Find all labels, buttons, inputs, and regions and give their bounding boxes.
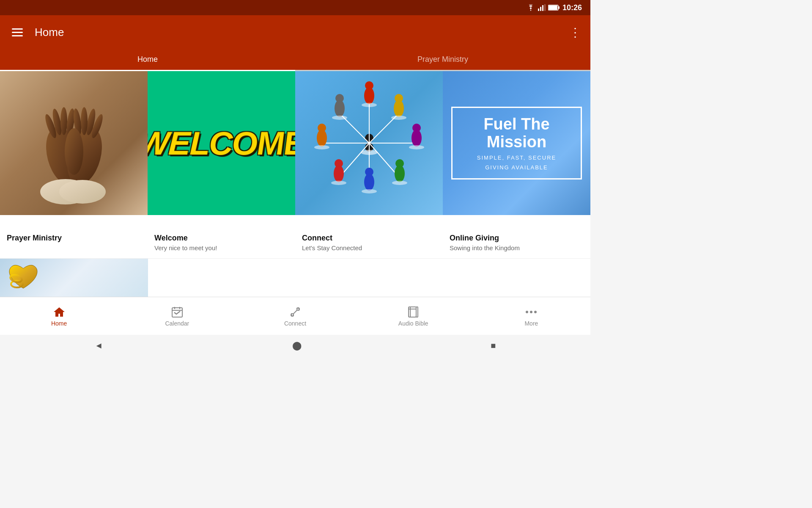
giving-title: Online Giving: [450, 234, 584, 243]
svg-point-49: [409, 145, 424, 149]
svg-line-26: [369, 143, 399, 177]
svg-point-35: [395, 94, 403, 102]
svg-point-68: [526, 311, 528, 313]
svg-point-69: [530, 311, 532, 313]
nav-audio-bible[interactable]: Audio Bible: [354, 302, 472, 330]
connect-label[interactable]: Connect Let's Stay Connected: [295, 228, 443, 258]
svg-point-11: [60, 107, 67, 135]
svg-point-47: [362, 103, 377, 107]
nav-audio-bible-label: Audio Bible: [398, 320, 428, 327]
svg-point-18: [59, 180, 106, 204]
fuel-subtitle2: GIVING AVAILABLE: [464, 164, 569, 171]
giving-image: Fuel The Mission SIMPLE, FAST, SECURE GI…: [443, 71, 590, 215]
status-bar: 10:26: [0, 0, 590, 15]
nav-calendar[interactable]: Calendar: [118, 302, 236, 330]
svg-point-15: [81, 107, 88, 135]
svg-rect-67: [416, 307, 418, 317]
svg-rect-1: [540, 7, 541, 11]
giving-label[interactable]: Online Giving Sowing into the Kingdom: [443, 228, 590, 258]
online-giving-card[interactable]: Fuel The Mission SIMPLE, FAST, SECURE GI…: [443, 71, 590, 228]
connect-image: [295, 71, 443, 215]
nav-more-label: More: [524, 320, 538, 327]
welcome-card[interactable]: WELCOME: [148, 71, 295, 228]
welcome-title: Welcome: [154, 234, 288, 243]
bottom-nav: Home Calendar Connect Audio Bi: [0, 297, 590, 335]
android-home-button[interactable]: ⬤: [292, 340, 302, 351]
page-title: Home: [35, 26, 64, 39]
welcome-subtitle: Very nice to meet you!: [154, 244, 288, 251]
book-icon: [407, 306, 420, 318]
welcome-label[interactable]: Welcome Very nice to meet you!: [148, 228, 295, 258]
svg-point-37: [412, 124, 421, 132]
prayer-ministry-title: Prayer Ministry: [7, 234, 141, 243]
signal-icon: [538, 4, 546, 11]
tab-bar: Home Prayer Ministry: [0, 49, 590, 71]
svg-point-52: [331, 181, 346, 185]
nav-connect[interactable]: Connect: [236, 302, 354, 330]
svg-point-70: [534, 311, 537, 313]
android-recents-button[interactable]: ■: [491, 341, 496, 351]
svg-point-41: [365, 168, 373, 176]
svg-point-31: [335, 94, 344, 102]
welcome-text: WELCOME: [148, 124, 295, 163]
fuel-subtitle1: SIMPLE, FAST, SECURE: [464, 155, 569, 161]
connect-title: Connect: [302, 234, 436, 243]
hamburger-menu-button[interactable]: [8, 25, 26, 40]
connect-icon: [289, 306, 302, 318]
status-time: 10:26: [562, 3, 582, 12]
tab-prayer-ministry[interactable]: Prayer Ministry: [295, 49, 590, 70]
svg-line-63: [293, 310, 297, 314]
android-back-button[interactable]: ◄: [95, 341, 103, 351]
svg-point-50: [392, 181, 407, 185]
battery-icon: [548, 4, 560, 11]
card-labels: Prayer Ministry Welcome Very nice to mee…: [0, 228, 590, 259]
nav-more[interactable]: More: [472, 302, 590, 330]
nav-home-label: Home: [51, 320, 67, 327]
welcome-image: WELCOME: [148, 71, 295, 215]
svg-line-28: [340, 143, 369, 177]
heart-visual: [0, 259, 148, 297]
more-options-button[interactable]: ⋮: [569, 25, 582, 39]
svg-point-51: [362, 189, 377, 193]
top-bar: Home ⋮: [0, 15, 590, 49]
svg-rect-6: [558, 6, 560, 9]
calendar-icon: [171, 306, 184, 318]
svg-rect-2: [542, 5, 543, 11]
nav-connect-label: Connect: [284, 320, 306, 327]
wifi-icon: [526, 4, 535, 11]
svg-point-33: [365, 81, 373, 90]
svg-point-43: [335, 159, 343, 168]
connect-subtitle: Let's Stay Connected: [302, 244, 436, 251]
svg-point-19: [65, 128, 83, 175]
svg-point-54: [361, 150, 378, 155]
svg-point-53: [314, 145, 329, 149]
svg-rect-3: [544, 4, 546, 11]
svg-point-45: [318, 124, 326, 132]
svg-rect-5: [549, 6, 557, 10]
svg-point-48: [391, 116, 406, 120]
main-content: WELCOME: [0, 71, 590, 297]
nav-home[interactable]: Home: [0, 302, 118, 330]
prayer-ministry-image: [0, 71, 148, 215]
giving-subtitle: Sowing into the Kingdom: [450, 244, 584, 251]
connect-card[interactable]: [295, 71, 443, 228]
fuel-box: Fuel The Mission SIMPLE, FAST, SECURE GI…: [451, 107, 582, 179]
fuel-title: Fuel The Mission: [464, 116, 569, 151]
svg-point-46: [332, 116, 347, 120]
card-grid: WELCOME: [0, 71, 590, 228]
svg-rect-57: [172, 308, 182, 317]
second-card[interactable]: [0, 259, 148, 297]
svg-rect-64: [409, 307, 416, 317]
svg-rect-0: [538, 8, 539, 11]
nav-calendar-label: Calendar: [165, 320, 189, 327]
android-nav-bar: ◄ ⬤ ■: [0, 335, 590, 356]
second-row: [0, 259, 590, 297]
prayer-ministry-label[interactable]: Prayer Ministry: [0, 228, 148, 258]
home-icon: [53, 306, 66, 318]
svg-point-39: [395, 159, 404, 168]
status-icons: 10:26: [526, 3, 582, 12]
prayer-ministry-card[interactable]: [0, 71, 148, 228]
more-icon: [525, 306, 538, 318]
tab-home[interactable]: Home: [0, 49, 295, 70]
